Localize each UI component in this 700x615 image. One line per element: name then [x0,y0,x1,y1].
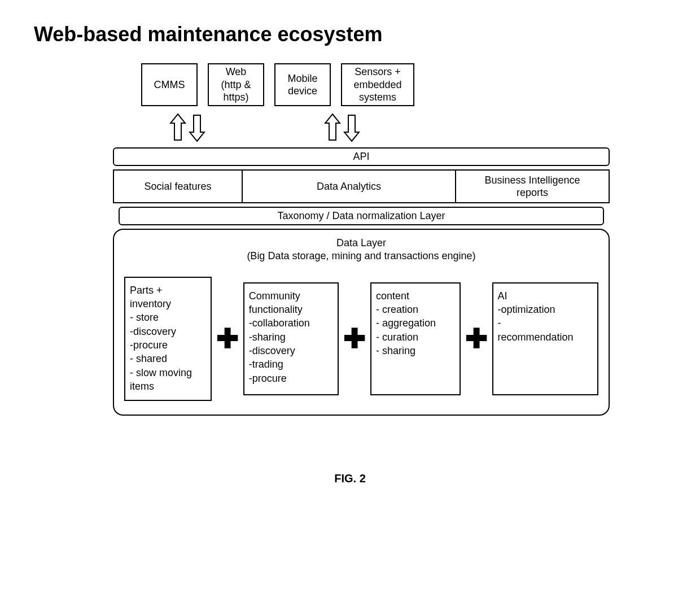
arrow-down-icon [189,113,205,142]
arrow-up-icon [324,113,341,142]
diagram-container: CMMS Web (http & https) Mobile device Se… [113,63,610,416]
box-social-features: Social features [113,169,243,203]
layer-data: Data Layer (Big Data storage, mining and… [113,229,610,416]
box-mobile: Mobile device [274,63,331,106]
box-ai: AI -optimization - recommendation [492,282,598,395]
box-community: Community functionality -collaboration -… [243,282,339,395]
arrow-down-icon [343,113,360,142]
box-bi-reports: Business Intelligence reports [455,169,610,203]
box-content: content - creation - aggregation - curat… [370,282,461,395]
diagram-title: Web-based maintenance ecosystem [34,23,666,46]
box-cmms: CMMS [141,63,198,106]
layer-api: API [113,147,610,166]
box-parts-inventory: Parts + inventory - store -discovery -pr… [124,277,212,401]
layer-taxonomy: Taxonomy / Data normalization Layer [119,207,604,225]
data-layer-header: Data Layer (Big Data storage, mining and… [124,237,598,263]
plus-icon: ✚ [342,325,367,352]
arrow-pair-right [324,112,360,143]
arrow-row [147,112,610,143]
data-layer-row: Parts + inventory - store -discovery -pr… [124,277,598,401]
box-data-analytics: Data Analytics [242,169,456,203]
plus-icon: ✚ [464,325,489,352]
plus-icon: ✚ [215,325,240,352]
mid-layer-row: Social features Data Analytics Business … [113,169,610,203]
box-web: Web (http & https) [208,63,264,106]
arrow-pair-left [169,112,205,143]
arrow-up-icon [169,113,186,142]
box-sensors: Sensors + embedded systems [341,63,414,106]
figure-caption: FIG. 2 [34,472,666,485]
top-clients-row: CMMS Web (http & https) Mobile device Se… [141,63,610,106]
